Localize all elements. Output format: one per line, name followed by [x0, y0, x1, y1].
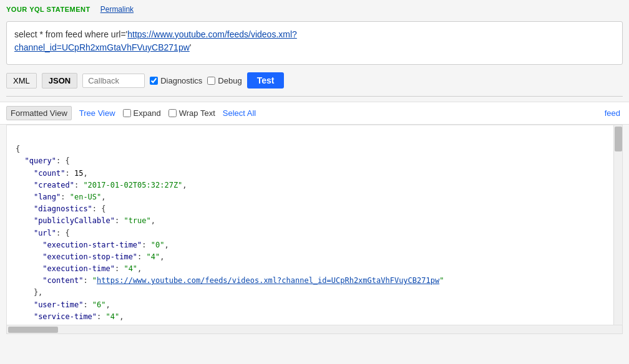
yql-label: YOUR YQL STATEMENT	[6, 6, 90, 13]
permalink-link[interactable]: Permalink	[100, 5, 134, 14]
query-text: select * from feed where url='https://ww…	[14, 28, 615, 54]
json-output-container: { "query": { "count": 15, "created": "20…	[6, 125, 623, 325]
horizontal-scrollbar-thumb[interactable]	[8, 327, 58, 333]
callback-input[interactable]	[82, 74, 145, 88]
expand-checkbox[interactable]	[123, 109, 131, 117]
json-output[interactable]: { "query": { "count": 15, "created": "20…	[7, 125, 622, 325]
expand-label[interactable]: Expand	[123, 108, 161, 118]
formatted-view-button[interactable]: Formatted View	[6, 106, 72, 120]
debug-checkbox[interactable]	[207, 77, 215, 85]
xml-button[interactable]: XML	[6, 73, 37, 89]
test-button[interactable]: Test	[247, 72, 285, 89]
controls-row: XML JSON Diagnostics Debug Test	[0, 67, 629, 93]
debug-label[interactable]: Debug	[207, 76, 241, 85]
scrollbar-thumb[interactable]	[615, 127, 622, 151]
separator	[6, 96, 623, 97]
select-all-link[interactable]: Select All	[223, 108, 256, 118]
horizontal-scrollbar[interactable]	[6, 325, 623, 334]
tree-view-link[interactable]: Tree View	[79, 108, 115, 118]
wrap-text-label[interactable]: Wrap Text	[168, 108, 215, 118]
diagnostics-checkbox[interactable]	[150, 77, 158, 85]
vertical-scrollbar[interactable]	[613, 125, 622, 325]
view-toolbar: Formatted View Tree View Expand Wrap Tex…	[0, 102, 629, 125]
query-before-link: select * from feed where url='	[14, 29, 127, 39]
feed-link[interactable]: feed	[605, 108, 623, 118]
diagnostics-label[interactable]: Diagnostics	[150, 76, 202, 85]
top-bar: YOUR YQL STATEMENT Permalink	[0, 0, 629, 19]
query-container[interactable]: select * from feed where url='https://ww…	[6, 21, 623, 65]
json-button[interactable]: JSON	[42, 73, 77, 89]
wrap-text-checkbox[interactable]	[168, 109, 177, 117]
query-after-link: '	[190, 42, 192, 52]
